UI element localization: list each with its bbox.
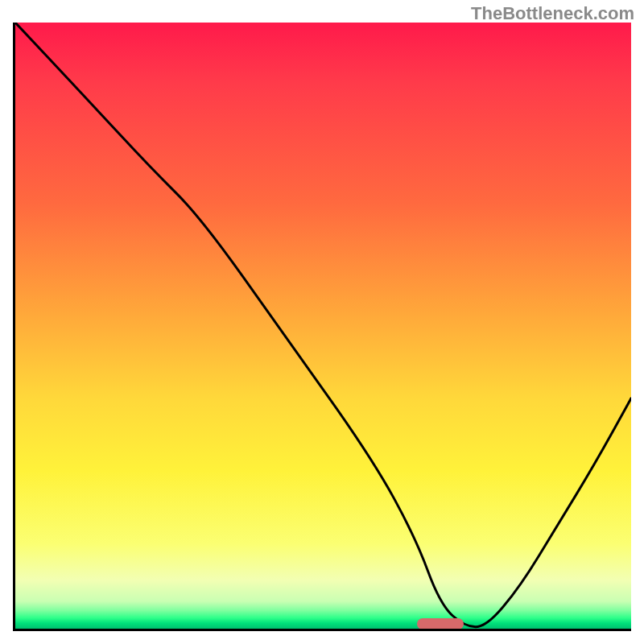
- curve-svg: [15, 23, 631, 629]
- chart-area: [13, 23, 631, 631]
- minimum-marker: [417, 618, 463, 630]
- watermark-text: TheBottleneck.com: [471, 3, 634, 24]
- bottleneck-curve-path: [15, 23, 631, 627]
